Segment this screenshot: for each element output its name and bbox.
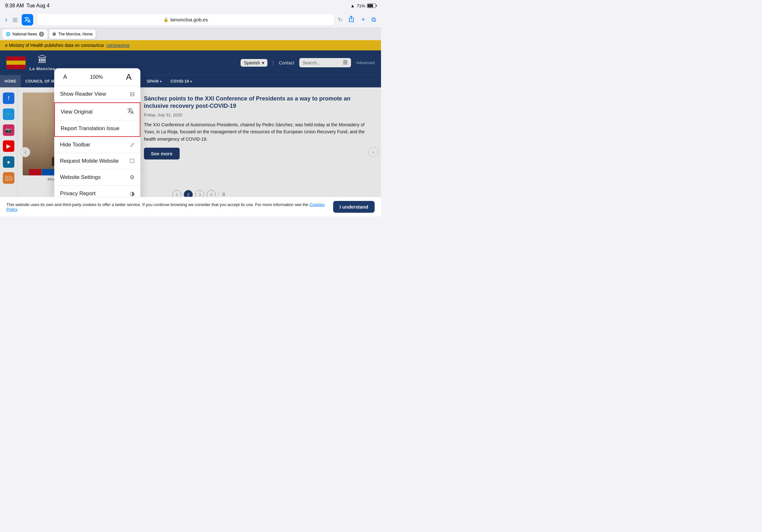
instagram-icon[interactable]: 📷 (3, 124, 14, 136)
report-translation-item[interactable]: Report Translation Issue (55, 121, 140, 136)
browser-dropdown: A 100% A Show Reader View ⊟ View Origina… (54, 68, 140, 202)
mobile-website-icon: ☐ (129, 158, 135, 165)
yellow-band[interactable]: e Ministry of Health publishes data on c… (0, 40, 381, 50)
cookie-description: This website uses its own and third-part… (6, 202, 308, 207)
cookie-bar: This website uses its own and third-part… (0, 197, 381, 217)
youtube-icon[interactable]: ▶ (3, 140, 14, 152)
la-moncloa-logo-text: La Moncloa (29, 66, 55, 71)
tab-moncloa-home[interactable]: 🏛 The Moncloa. Home (49, 29, 96, 39)
request-mobile-item[interactable]: Request Mobile Website ☐ (54, 153, 140, 169)
settings-gear-icon: ⚙ (129, 174, 135, 181)
see-more-button[interactable]: See more (144, 148, 180, 160)
url-text: lamoncloa.gob.es (170, 17, 208, 22)
nav-spain-arrow: ▾ (160, 80, 162, 83)
tab-moncloa-label: The Moncloa. Home (58, 32, 93, 36)
contact-link[interactable]: Contact (279, 60, 294, 65)
search-bar: 唐 (299, 58, 351, 67)
yellow-band-text: e Ministry of Health publishes data on c… (5, 43, 104, 48)
language-selector[interactable]: Spanish ▾ (241, 59, 267, 67)
share-button[interactable] (346, 14, 356, 25)
tab-national-news[interactable]: 🌐 National News × (3, 29, 47, 39)
reader-view-icon: ⊟ (130, 91, 135, 98)
advanced-link[interactable]: Advanced (356, 60, 375, 65)
tab-national-news-label: National News (12, 32, 37, 36)
search-icon: 唐 (343, 59, 348, 66)
browser-chrome: ‹ ⊞ 🔒 lamoncloa.gob.es ↻ + ⧉ (0, 12, 381, 28)
back-button[interactable]: ‹ (4, 14, 9, 25)
translate-menu-icon (127, 107, 134, 116)
carousel-prev-button[interactable]: ‹ (20, 147, 30, 157)
rss-icon[interactable]: )))) (3, 172, 14, 184)
nav-spain[interactable]: SPAIN ▾ (142, 75, 166, 87)
privacy-report-label: Privacy Report (60, 190, 95, 197)
battery-icon (367, 4, 376, 8)
chevron-down-icon: ▾ (262, 60, 264, 65)
privacy-icon: ◑ (129, 190, 135, 197)
tabs-bar: 🌐 National News × 🏛 The Moncloa. Home (0, 28, 381, 40)
status-time: 9:38 AM (5, 3, 24, 9)
status-date: Tue Aug 4 (27, 3, 49, 9)
font-percentage: 100% (71, 74, 122, 80)
show-reader-view-item[interactable]: Show Reader View ⊟ (54, 86, 140, 102)
url-bar[interactable]: 🔒 lamoncloa.gob.es (37, 14, 334, 26)
show-reader-view-label: Show Reader View (60, 91, 106, 97)
nav-covid-arrow: ▾ (190, 80, 192, 83)
article-text: Sánchez points to the XXI Conference of … (144, 93, 376, 181)
reader-button[interactable]: ⊞ (12, 16, 18, 24)
wifi-icon: ▲ (350, 3, 355, 8)
spain-flag (6, 56, 26, 69)
view-original-label: View Original (61, 109, 93, 115)
accept-cookies-button[interactable]: I understand (333, 201, 375, 213)
translate-button[interactable] (22, 14, 33, 26)
nav-covid[interactable]: COVID-19 ▾ (166, 75, 196, 87)
nav-home[interactable]: HOME (0, 75, 21, 87)
twitter-icon[interactable]: 🐦 (3, 108, 14, 120)
reload-button[interactable]: ↻ (338, 16, 343, 23)
view-original-item[interactable]: View Original (55, 103, 140, 121)
cookie-text: This website uses its own and third-part… (6, 202, 328, 212)
hide-toolbar-label: Hide Toolbar (60, 142, 90, 148)
article-body: The XXI Conference of Autonomous Preside… (144, 121, 376, 143)
search-input[interactable] (302, 60, 341, 65)
website-settings-label: Website Settings (60, 174, 101, 180)
hide-toolbar-icon: ⤢ (130, 141, 135, 148)
font-controls: A 100% A (54, 68, 140, 86)
facebook-icon[interactable]: f (3, 93, 14, 104)
new-tab-button[interactable]: + (360, 15, 366, 25)
status-bar: 9:38 AM Tue Aug 4 ▲ 71% (0, 0, 381, 12)
battery-percent: 71% (357, 4, 365, 8)
request-mobile-label: Request Mobile Website (60, 158, 119, 164)
hide-toolbar-item[interactable]: Hide Toolbar ⤢ (54, 137, 140, 153)
lock-icon: 🔒 (163, 17, 169, 22)
website-settings-item[interactable]: Website Settings ⚙ (54, 169, 140, 186)
highlighted-menu-group: View Original Report Translation Issue (54, 102, 140, 137)
language-text: Spanish (244, 60, 260, 65)
font-increase-button[interactable]: A (122, 71, 135, 83)
misc-social-icon[interactable]: ● (3, 156, 14, 168)
article-date: Friday, July 31, 2020 (144, 112, 376, 117)
report-translation-label: Report Translation Issue (61, 125, 119, 132)
font-decrease-button[interactable]: A (59, 72, 71, 82)
building-icon: 🏛 (38, 54, 47, 65)
close-national-news-tab[interactable]: × (39, 32, 44, 37)
article-title: Sánchez points to the XXI Conference of … (144, 95, 376, 110)
yellow-band-link[interactable]: coronavirus (107, 43, 129, 48)
tabs-button[interactable]: ⧉ (370, 15, 377, 25)
carousel-next-button[interactable]: › (368, 147, 378, 157)
